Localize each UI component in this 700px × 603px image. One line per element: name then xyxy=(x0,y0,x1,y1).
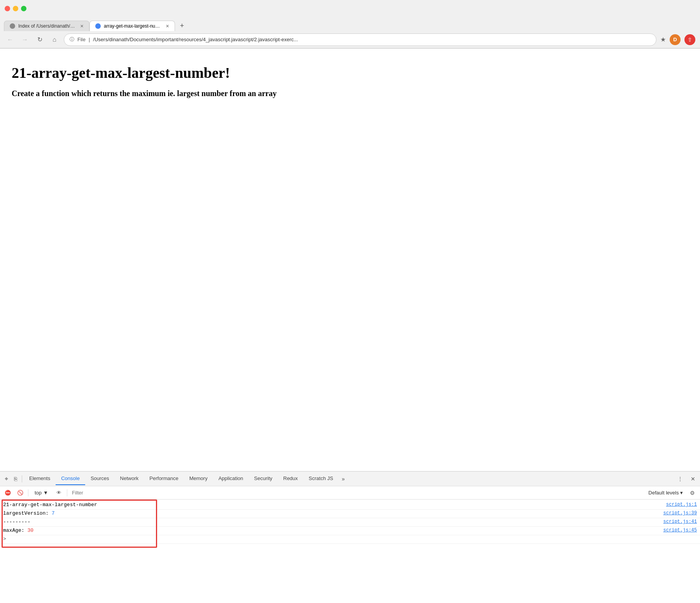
tab-sources[interactable]: Sources xyxy=(85,472,115,485)
tab-memory[interactable]: Memory xyxy=(184,472,213,485)
console-message-3: --------- xyxy=(3,519,663,525)
tab-bar: Index of /Users/dinanath/Docum... ✕ arra… xyxy=(0,17,700,31)
toolbar-divider xyxy=(28,489,28,496)
context-value: top xyxy=(35,490,42,496)
tab-network[interactable]: Network xyxy=(115,472,144,485)
console-source-3[interactable]: script.js:41 xyxy=(663,519,697,524)
traffic-lights xyxy=(5,6,26,11)
tab-security[interactable]: Security xyxy=(248,472,278,485)
tab-title-index: Index of /Users/dinanath/Docum... xyxy=(18,23,75,29)
tab-close-index[interactable]: ✕ xyxy=(80,24,84,29)
bookmark-button[interactable]: ★ xyxy=(660,36,666,43)
tab-performance[interactable]: Performance xyxy=(144,472,184,485)
console-message-4: maxAge: 30 xyxy=(3,528,663,533)
devtools-tabs: ⌖ ⎘ Elements Console Sources Network Per… xyxy=(0,472,700,486)
console-row-1: 21-array-get-max-largest-number script.j… xyxy=(0,501,700,510)
context-selector[interactable]: top ▼ xyxy=(32,489,51,496)
file-label: File xyxy=(77,37,86,42)
devtools-close-button[interactable]: ✕ xyxy=(688,474,698,484)
toolbar-divider2 xyxy=(67,489,67,496)
forward-button[interactable]: → xyxy=(19,34,30,45)
tab-elements[interactable]: Elements xyxy=(24,472,56,485)
element-picker-icon[interactable]: ⌖ xyxy=(2,474,11,484)
default-levels-dropdown[interactable]: Default levels ▾ xyxy=(648,490,683,496)
maximize-button[interactable] xyxy=(21,6,26,11)
console-prompt-symbol: > xyxy=(3,536,6,542)
address-field[interactable]: ⓘ File | /Users/dinanath/Documents/impor… xyxy=(64,33,656,46)
browser-window: Index of /Users/dinanath/Docum... ✕ arra… xyxy=(0,0,700,603)
console-settings-icon[interactable]: ⚙ xyxy=(688,488,697,498)
tab-redux[interactable]: Redux xyxy=(278,472,303,485)
minimize-button[interactable] xyxy=(13,6,18,11)
user-avatar[interactable]: D xyxy=(670,34,681,45)
console-prompt-row[interactable]: > xyxy=(0,535,700,544)
more-tabs-button[interactable]: » xyxy=(339,473,348,484)
console-value-4: 30 xyxy=(27,528,33,533)
devtools-actions: ⋮ ✕ xyxy=(674,474,698,484)
info-icon: ⓘ xyxy=(70,36,74,43)
devtools-menu-button[interactable]: ⋮ xyxy=(674,474,686,484)
page-content: 21-array-get-max-largest-number! Create … xyxy=(0,49,700,471)
console-value-2: 7 xyxy=(52,510,55,516)
tab-favicon-active xyxy=(95,23,101,29)
console-message-1: 21-array-get-max-largest-number xyxy=(3,502,666,508)
device-toggle-icon[interactable]: ⎘ xyxy=(11,474,20,484)
console-toolbar: ⛔ 🚫 top ▼ 👁 Default levels ▾ ⚙ xyxy=(0,486,700,500)
context-dropdown-icon: ▼ xyxy=(43,490,48,496)
tab-application[interactable]: Application xyxy=(213,472,249,485)
filter-input[interactable] xyxy=(70,489,645,496)
tab-index[interactable]: Index of /Users/dinanath/Docum... ✕ xyxy=(4,21,89,31)
tab-title-active: array-get-max-largest-number xyxy=(104,23,161,29)
home-button[interactable]: ⌂ xyxy=(49,34,60,45)
console-message-2: largestVersion: 7 xyxy=(3,510,663,516)
console-source-2[interactable]: script.js:39 xyxy=(663,510,697,516)
page-subtitle: Create a function which returns the maxi… xyxy=(12,89,688,98)
tab-divider xyxy=(22,475,22,482)
title-bar xyxy=(0,0,700,17)
console-source-4[interactable]: script.js:45 xyxy=(663,528,697,533)
back-button[interactable]: ← xyxy=(5,34,16,45)
tab-favicon xyxy=(10,23,15,29)
console-source-1[interactable]: script.js:1 xyxy=(666,502,697,507)
tab-scratch-js[interactable]: Scratch JS xyxy=(303,472,339,485)
clear-console-icon[interactable]: ⛔ xyxy=(3,488,12,498)
default-levels-label: Default levels ▾ xyxy=(648,490,683,496)
console-row-2: largestVersion: 7 script.js:39 xyxy=(0,510,700,518)
address-text: /Users/dinanath/Documents/important/reso… xyxy=(93,37,651,42)
address-bar: ← → ↻ ⌂ ⓘ File | /Users/dinanath/Documen… xyxy=(0,31,700,48)
console-row-3: --------- script.js:41 xyxy=(0,518,700,527)
tab-active[interactable]: array-get-max-largest-number ✕ xyxy=(89,21,175,31)
filter-toggle-icon[interactable]: 🚫 xyxy=(16,488,25,498)
console-row-4: maxAge: 30 script.js:45 xyxy=(0,527,700,535)
tab-console[interactable]: Console xyxy=(56,472,85,485)
reload-button[interactable]: ↻ xyxy=(34,34,45,45)
update-button[interactable]: ⇧ xyxy=(684,34,695,45)
eye-icon[interactable]: 👁 xyxy=(54,488,64,498)
address-separator: | xyxy=(89,37,90,42)
devtools-panel: ⌖ ⎘ Elements Console Sources Network Per… xyxy=(0,471,700,603)
close-button[interactable] xyxy=(5,6,10,11)
console-output: 21-array-get-max-largest-number script.j… xyxy=(0,500,700,603)
tab-close-active[interactable]: ✕ xyxy=(166,24,169,29)
new-tab-button[interactable]: + xyxy=(177,20,187,31)
page-title: 21-array-get-max-largest-number! xyxy=(12,64,688,81)
browser-chrome: Index of /Users/dinanath/Docum... ✕ arra… xyxy=(0,0,700,49)
